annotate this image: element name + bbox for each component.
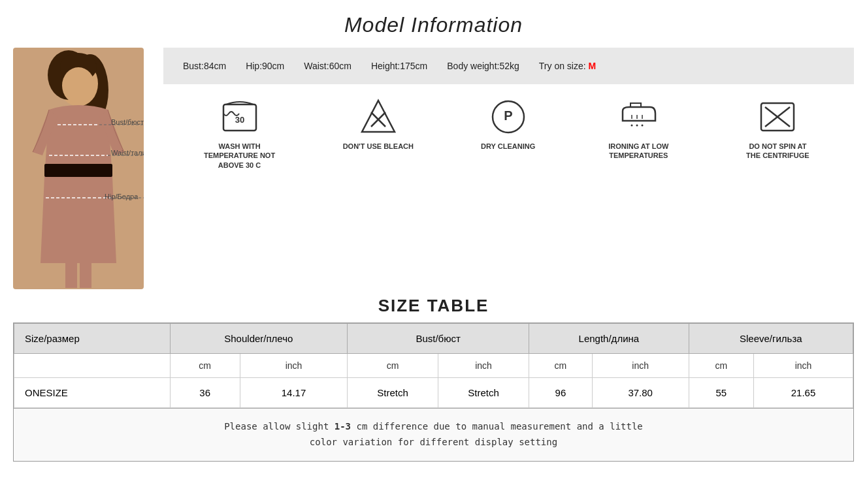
- care-dry-clean: P DRY CLEANING: [481, 97, 535, 151]
- subheader-bust-in: inch: [438, 354, 529, 378]
- subheader-bust-cm: cm: [348, 354, 438, 378]
- row-bust-cm: Stretch: [348, 378, 438, 408]
- row-size: ONESIZE: [14, 378, 171, 408]
- svg-point-26: [636, 125, 638, 127]
- hip-label: Hip/Бедра: [105, 193, 138, 200]
- spec-weight: Body weight:52kg: [447, 61, 519, 71]
- size-note: Please allow slight 1-3 cm difference du…: [14, 408, 853, 461]
- care-no-bleach-label: DON'T USE BLEACH: [343, 142, 414, 151]
- size-table-title: SIZE TABLE: [13, 296, 854, 316]
- bust-label: Bust/бюст: [111, 118, 144, 126]
- wash-icon: 30: [220, 97, 259, 136]
- row-length-in: 37.80: [592, 378, 689, 408]
- care-no-spin-label: DO NOT SPIN AT THE CENTRIFUGE: [742, 142, 813, 161]
- subheader-length-cm: cm: [529, 354, 593, 378]
- care-wash-label: WASH WITH TEMPERATURE NOT ABOVE 30 C: [204, 142, 276, 170]
- no-spin-icon: [758, 97, 797, 136]
- svg-rect-6: [44, 164, 112, 177]
- header-length: Length/длина: [529, 324, 689, 354]
- info-panel: Bust:84cm Hip:90cm Waist:60cm Height:175…: [163, 48, 854, 176]
- header-bust: Bust/бюст: [348, 324, 529, 354]
- tryon-size: M: [589, 61, 597, 71]
- row-sleeve-cm: 55: [689, 378, 753, 408]
- header-shoulder: Shoulder/плечо: [170, 324, 348, 354]
- svg-text:30: 30: [235, 115, 244, 125]
- spec-tryon: Try on size: M: [539, 61, 596, 71]
- model-specs: Bust:84cm Hip:90cm Waist:60cm Height:175…: [163, 48, 854, 84]
- size-table: Size/размер Shoulder/плечо Bust/бюст Len…: [14, 323, 853, 408]
- table-subheader-row: cm inch cm inch cm inch cm inch: [14, 354, 853, 378]
- waist-label: Waist/талия: [111, 149, 144, 157]
- page: Model Information: [0, 0, 867, 488]
- care-section: 30 WASH WITH TEMPERATURE NOT ABOVE 30 C: [163, 84, 854, 176]
- row-shoulder-cm: 36: [170, 378, 240, 408]
- svg-point-25: [630, 125, 632, 127]
- svg-rect-8: [80, 262, 91, 288]
- subheader-size: [14, 354, 171, 378]
- iron-low-icon: [619, 97, 658, 136]
- care-no-spin: DO NOT SPIN AT THE CENTRIFUGE: [742, 97, 813, 161]
- svg-point-27: [641, 125, 643, 127]
- no-bleach-icon: [359, 97, 398, 136]
- subheader-shoulder-cm: cm: [170, 354, 240, 378]
- care-dry-clean-label: DRY CLEANING: [481, 142, 535, 151]
- dry-clean-icon: P: [489, 97, 528, 136]
- top-section: Bust/бюст Waist/талия Hip/Бедра Bust:84c…: [0, 48, 867, 289]
- care-iron-low-label: IRONING AT LOW TEMPERATURES: [602, 142, 674, 161]
- spec-bust: Bust:84cm: [183, 61, 226, 71]
- subheader-length-in: inch: [592, 354, 689, 378]
- page-title: Model Information: [0, 13, 867, 37]
- svg-marker-17: [362, 101, 395, 132]
- care-no-bleach: DON'T USE BLEACH: [343, 97, 414, 151]
- table-header-row: Size/размер Shoulder/плечо Bust/бюст Len…: [14, 324, 853, 354]
- spec-height: Height:175cm: [371, 61, 427, 71]
- care-wash: 30 WASH WITH TEMPERATURE NOT ABOVE 30 C: [204, 97, 276, 170]
- header-size: Size/размер: [14, 324, 171, 354]
- svg-text:P: P: [504, 108, 512, 123]
- size-table-wrapper: Size/размер Shoulder/плечо Bust/бюст Len…: [13, 323, 854, 462]
- table-row: ONESIZE 36 14.17 Stretch Stretch 96 37.8…: [14, 378, 853, 408]
- size-section: SIZE TABLE Size/размер Shoulder/плечо Bu…: [0, 289, 867, 475]
- spec-hip: Hip:90cm: [246, 61, 284, 71]
- model-image-area: Bust/бюст Waist/талия Hip/Бедра: [13, 48, 157, 289]
- subheader-sleeve-cm: cm: [689, 354, 753, 378]
- spec-waist: Waist:60cm: [304, 61, 352, 71]
- row-bust-in: Stretch: [438, 378, 529, 408]
- header-sleeve: Sleeve/гильза: [689, 324, 853, 354]
- svg-point-4: [62, 67, 95, 104]
- care-iron-low: IRONING AT LOW TEMPERATURES: [602, 97, 674, 161]
- svg-rect-7: [65, 262, 77, 288]
- row-sleeve-in: 21.65: [754, 378, 853, 408]
- subheader-shoulder-in: inch: [240, 354, 347, 378]
- model-image: Bust/бюст Waist/талия Hip/Бедра: [13, 48, 144, 289]
- subheader-sleeve-in: inch: [754, 354, 853, 378]
- row-shoulder-in: 14.17: [240, 378, 347, 408]
- row-length-cm: 96: [529, 378, 593, 408]
